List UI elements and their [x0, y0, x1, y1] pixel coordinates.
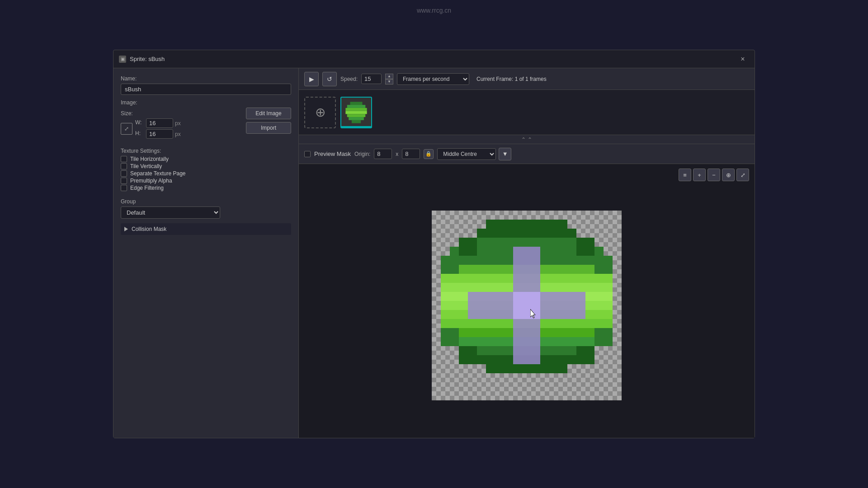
separate-texture-checkbox[interactable]: [121, 170, 127, 177]
zoom-reset-button[interactable]: ⊕: [722, 169, 735, 181]
speed-input[interactable]: [361, 74, 382, 84]
svg-rect-26: [441, 256, 459, 274]
name-label: Name:: [121, 75, 291, 82]
lock-icon[interactable]: 🔒: [424, 149, 434, 159]
texture-settings-label: Texture Settings:: [121, 148, 291, 154]
svg-rect-25: [576, 238, 594, 256]
edit-image-button[interactable]: Edit Image: [246, 108, 291, 119]
frame-indicator: [341, 126, 371, 128]
resize-icon: ⤢: [121, 123, 132, 135]
speed-arrows: ▲ ▼: [385, 74, 393, 84]
edge-filtering-checkbox[interactable]: [121, 185, 127, 191]
premultiply-alpha-label: Premultiply Alpha: [130, 178, 172, 184]
svg-rect-4: [347, 114, 366, 117]
zoom-out-button[interactable]: −: [708, 169, 720, 181]
collapse-triangle-icon: [124, 227, 128, 231]
x-separator: x: [396, 151, 398, 157]
anchor-dropdown-arrow[interactable]: ▼: [499, 148, 511, 160]
title-text: Sprite: sBush: [130, 56, 165, 62]
size-fields: W: px H: px: [135, 118, 181, 139]
collapse-bar[interactable]: ⌃ ⌃: [299, 135, 755, 144]
fps-select[interactable]: Frames per second: [397, 73, 469, 85]
width-row: W: px: [135, 118, 181, 128]
current-frame-text: Current Frame: 1 of 1 frames: [476, 76, 547, 82]
anchor-select[interactable]: Middle Centre: [437, 148, 496, 160]
speed-up-button[interactable]: ▲: [385, 74, 393, 79]
edge-filtering-row[interactable]: Edge Filtering: [121, 185, 291, 191]
frame-sprite-svg: [344, 100, 368, 125]
svg-rect-23: [486, 364, 567, 373]
canvas-toolbar: ≡ + − ⊕ ⤢: [679, 169, 749, 181]
list-view-button[interactable]: ≡: [679, 169, 691, 181]
premultiply-alpha-checkbox[interactable]: [121, 178, 127, 184]
separate-texture-label: Separate Texture Page: [130, 170, 186, 177]
size-label: Size:: [121, 110, 181, 117]
tile-horizontally-checkbox[interactable]: [121, 156, 127, 162]
left-panel: Name: Image: Size: ⤢ W:: [113, 68, 299, 438]
frame-thumbnail[interactable]: [340, 97, 372, 128]
fullscreen-button[interactable]: ⤢: [736, 169, 749, 181]
zoom-in-button[interactable]: +: [693, 169, 706, 181]
origin-y-input[interactable]: [402, 149, 420, 159]
tile-vertically-checkbox[interactable]: [121, 163, 127, 169]
tile-vertically-label: Tile Vertically: [130, 163, 162, 169]
speed-down-button[interactable]: ▼: [385, 79, 393, 84]
height-label: H:: [135, 130, 144, 136]
svg-rect-6: [352, 120, 361, 123]
collision-mask-label: Collision Mask: [132, 226, 166, 232]
svg-rect-24: [459, 238, 477, 256]
svg-rect-5: [349, 117, 364, 120]
width-input[interactable]: [146, 118, 173, 128]
premultiply-alpha-row[interactable]: Premultiply Alpha: [121, 178, 291, 184]
preview-toolbar: Preview Mask Origin: x 🔒 Middle Centre ▼: [299, 144, 755, 164]
svg-rect-7: [486, 220, 567, 229]
size-row: ⤢ W: px H: px: [121, 118, 181, 139]
width-px: px: [175, 120, 181, 127]
name-section: Name:: [121, 75, 291, 95]
group-section: Group Default: [121, 198, 291, 219]
svg-rect-31: [576, 346, 594, 364]
play-button[interactable]: ▶: [304, 72, 319, 86]
frame-strip: ⊕: [299, 90, 755, 135]
right-panel: ▶ ↺ Speed: ▲ ▼ Frames per second Current…: [299, 68, 755, 438]
width-label: W:: [135, 119, 144, 126]
svg-rect-29: [594, 328, 613, 346]
play-toolbar: ▶ ↺ Speed: ▲ ▼ Frames per second Current…: [299, 68, 755, 90]
canvas-area: ≡ + − ⊕ ⤢: [299, 164, 755, 438]
title-bar: ▣ Sprite: sBush ×: [113, 50, 755, 68]
edge-filtering-label: Edge Filtering: [130, 185, 164, 191]
watermark: www.rrcg.cn: [417, 7, 451, 14]
button-row: Edit Image Import: [246, 108, 291, 134]
group-select[interactable]: Default: [121, 206, 220, 219]
svg-rect-3: [345, 111, 367, 114]
import-button[interactable]: Import: [246, 122, 291, 134]
tile-horizontally-label: Tile Horizontally: [130, 156, 169, 162]
svg-rect-30: [459, 346, 477, 364]
image-section: Image: Size: ⤢ W: px: [121, 99, 291, 141]
image-label: Image:: [121, 99, 291, 106]
svg-rect-8: [477, 229, 576, 238]
origin-label: Origin:: [354, 151, 370, 157]
sprite-canvas: [432, 211, 622, 400]
collision-mask-row[interactable]: Collision Mask: [121, 223, 291, 235]
separate-texture-row[interactable]: Separate Texture Page: [121, 170, 291, 177]
name-input[interactable]: [121, 84, 291, 95]
collapse-icon: ⌃ ⌃: [521, 136, 532, 143]
tile-horizontally-row[interactable]: Tile Horizontally: [121, 156, 291, 162]
group-label: Group: [121, 198, 291, 205]
svg-rect-2: [345, 108, 367, 111]
add-frame-button[interactable]: ⊕: [304, 97, 336, 128]
svg-rect-1: [347, 105, 366, 108]
svg-rect-28: [441, 328, 459, 346]
origin-x-input[interactable]: [374, 149, 392, 159]
image-row: Size: ⤢ W: px H:: [121, 108, 291, 141]
height-input[interactable]: [146, 129, 173, 139]
preview-mask-label: Preview Mask: [314, 150, 351, 157]
tile-vertically-row[interactable]: Tile Vertically: [121, 163, 291, 169]
size-area: Size: ⤢ W: px H:: [121, 108, 181, 141]
preview-mask-checkbox[interactable]: [304, 151, 311, 157]
close-button[interactable]: ×: [736, 53, 749, 66]
loop-button[interactable]: ↺: [322, 72, 337, 86]
svg-rect-0: [350, 102, 363, 105]
height-row: H: px: [135, 129, 181, 139]
